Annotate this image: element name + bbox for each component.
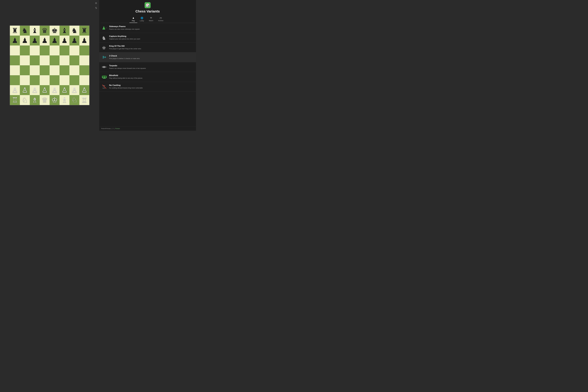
board-cell-2-0[interactable] — [10, 46, 20, 56]
footer-username: PedroPinhata — [101, 128, 111, 130]
board-cell-5-3[interactable] — [40, 75, 50, 85]
board-cell-7-1[interactable]: ♘ — [20, 95, 30, 105]
board-cell-0-4[interactable]: ♚ — [50, 26, 60, 36]
board-cell-1-0[interactable]: ♟ — [10, 36, 20, 46]
board-cell-6-7[interactable]: ♙ — [79, 85, 89, 95]
nav-tabs: ♟ Play 🌐 Lobby 👁 Watch 🗃 Archive — [100, 16, 195, 23]
board-cell-6-5[interactable]: ♙ — [60, 85, 70, 95]
board-cell-7-3[interactable]: ♕ — [40, 95, 50, 105]
board-cell-3-4[interactable] — [50, 56, 60, 65]
board-cell-4-7[interactable] — [79, 65, 89, 75]
swap-icon[interactable]: ⇅ — [94, 6, 98, 10]
board-cell-6-0[interactable]: ♙ — [10, 85, 20, 95]
panel-title: Chess Variants — [102, 10, 194, 13]
board-cell-5-4[interactable] — [50, 75, 60, 85]
board-cell-2-2[interactable] — [30, 46, 40, 56]
board-cell-6-3[interactable]: ♙ — [40, 85, 50, 95]
board-cell-5-1[interactable] — [20, 75, 30, 85]
variant-item-sideways-pawns[interactable]: ♟→Sideways PawnsPawns can also move side… — [99, 23, 196, 33]
board-cell-4-6[interactable] — [70, 65, 79, 75]
board-cell-6-4[interactable]: ♙ — [50, 85, 60, 95]
board-cell-4-3[interactable] — [40, 65, 50, 75]
board-cell-0-3[interactable]: ♛ — [40, 26, 50, 36]
variant-text-torpedo: TorpedoPawns can always move forward one… — [109, 64, 194, 70]
board-cell-2-7[interactable] — [79, 46, 89, 56]
board-cell-2-3[interactable] — [40, 46, 50, 56]
board-cell-3-2[interactable] — [30, 56, 40, 65]
variant-icon-3-check: 3+ — [101, 54, 108, 60]
tab-play-label: Play — [132, 20, 135, 22]
tab-archive[interactable]: 🗃 Archive — [156, 16, 166, 23]
variant-item-torpedo[interactable]: TorpedoPawns can always move forward one… — [99, 62, 196, 72]
tab-watch[interactable]: 👁 Watch — [146, 16, 156, 23]
variant-item-no-castling[interactable]: ♖No CastlingNo castling allowed leaves k… — [99, 82, 196, 92]
board-cell-4-1[interactable] — [20, 65, 30, 75]
board-cell-0-7[interactable]: ♜ — [79, 26, 89, 36]
board-cell-6-1[interactable]: ♙ — [20, 85, 30, 95]
variant-name-3-check: 3 Check — [109, 55, 194, 57]
board-cell-1-1[interactable]: ♟ — [20, 36, 30, 46]
variant-text-king-of-the-hill: King Of The HillFirst player to get thei… — [109, 45, 194, 50]
board-cell-2-1[interactable] — [20, 46, 30, 56]
board-cell-7-2[interactable]: ♗ — [30, 95, 40, 105]
board-cell-7-7[interactable]: ♖ — [79, 95, 89, 105]
variant-item-capture-anything[interactable]: ♞Capture AnythingCapture your own pieces… — [99, 33, 196, 42]
board-cell-0-1[interactable]: ♞ — [20, 26, 30, 36]
lobby-icon: 🌐 — [140, 17, 143, 19]
board-cell-3-5[interactable] — [60, 56, 70, 65]
tab-play[interactable]: ♟ Play — [130, 16, 137, 23]
board-cell-3-1[interactable] — [20, 56, 30, 65]
board-cell-0-5[interactable]: ♝ — [60, 26, 70, 36]
tab-archive-label: Archive — [158, 20, 163, 22]
variant-icon-blindfold — [101, 74, 108, 80]
board-cell-2-5[interactable] — [60, 46, 70, 56]
board-cell-4-2[interactable] — [30, 65, 40, 75]
board-cell-5-2[interactable] — [30, 75, 40, 85]
board-cell-0-0[interactable]: ♜ — [10, 26, 20, 36]
board-cell-4-4[interactable] — [50, 65, 60, 75]
variant-item-3-check[interactable]: 3+3 CheckFirst player to deliver 3 check… — [99, 52, 196, 62]
board-cell-0-6[interactable]: ♞ — [70, 26, 79, 36]
board-cell-5-5[interactable] — [60, 75, 70, 85]
board-cell-1-3[interactable]: ♟ — [40, 36, 50, 46]
board-cell-1-7[interactable]: ♟ — [79, 36, 89, 46]
board-cell-4-0[interactable] — [10, 65, 20, 75]
variant-item-king-of-the-hill[interactable]: ♚King Of The HillFirst player to get the… — [99, 42, 196, 52]
board-cell-3-0[interactable] — [10, 56, 20, 65]
board-cell-1-4[interactable]: ♟ — [50, 36, 60, 46]
svg-marker-7 — [102, 67, 102, 68]
archive-icon: 🗃 — [160, 17, 162, 19]
board-cell-6-6[interactable]: ♙ — [70, 85, 79, 95]
board-cell-1-6[interactable]: ♟ — [70, 36, 79, 46]
variant-desc-capture-anything: Capture your own pieces too when you wan… — [109, 38, 194, 40]
board-cell-2-4[interactable] — [50, 46, 60, 56]
variant-name-blindfold: Blindfold — [109, 74, 194, 77]
tab-lobby[interactable]: 🌐 Lobby — [137, 16, 146, 23]
board-cell-5-7[interactable] — [79, 75, 89, 85]
variant-text-sideways-pawns: Sideways PawnsPawns can also move sidewa… — [109, 25, 194, 30]
variant-item-blindfold[interactable]: BlindfoldPlay without being able to see … — [99, 72, 196, 82]
svg-rect-11 — [102, 76, 107, 76]
gear-icon[interactable]: ⚙ — [94, 1, 98, 5]
board-cell-7-0[interactable]: ♖ — [10, 95, 20, 105]
board-cell-2-6[interactable] — [70, 46, 79, 56]
variant-name-capture-anything: Capture Anything — [109, 35, 194, 38]
board-cell-3-3[interactable] — [40, 56, 50, 65]
board-cell-3-7[interactable] — [79, 56, 89, 65]
board-cell-6-2[interactable]: ♙ — [30, 85, 40, 95]
board-cell-5-0[interactable] — [10, 75, 20, 85]
board-cell-5-6[interactable] — [70, 75, 79, 85]
board-cell-1-5[interactable]: ♟ — [60, 36, 70, 46]
board-cell-7-5[interactable]: ♗ — [60, 95, 70, 105]
variant-text-capture-anything: Capture AnythingCapture your own pieces … — [109, 35, 194, 40]
board-cell-7-4[interactable]: ♔ — [50, 95, 60, 105]
board-cell-0-2[interactable]: ♝ — [30, 26, 40, 36]
board-cell-3-6[interactable] — [70, 56, 79, 65]
board-cell-7-6[interactable]: ♘ — [70, 95, 79, 105]
variant-icon-no-castling: ♖ — [101, 84, 108, 90]
variants-list[interactable]: ♟→Sideways PawnsPawns can also move side… — [99, 23, 196, 126]
board-cell-1-2[interactable]: ♟ — [30, 36, 40, 46]
board-cell-4-5[interactable] — [60, 65, 70, 75]
footer-forum-link[interactable]: Forum — [115, 128, 120, 130]
right-panel: 🎲 Chess Variants ♟ Play 🌐 Lobby 👁 Watch … — [99, 0, 196, 131]
